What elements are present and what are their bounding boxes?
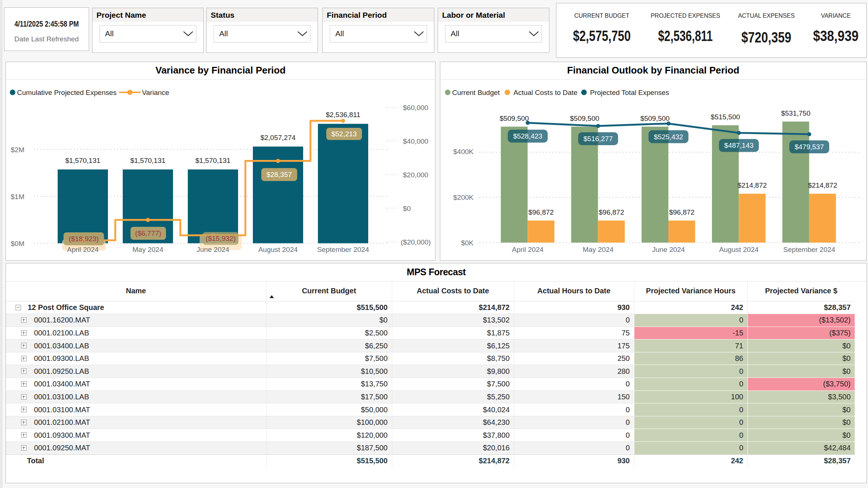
svg-text:Financial Outlook by Financial: Financial Outlook by Financial Period [567,65,739,76]
svg-text:$0K: $0K [461,239,474,247]
svg-text:Actual Costs to Date: Actual Costs to Date [513,89,577,96]
svg-text:$1M: $1M [11,193,24,201]
svg-text:May 2024: May 2024 [583,246,614,253]
svg-text:$1,570,131: $1,570,131 [65,157,100,164]
svg-text:$96,872: $96,872 [599,208,624,216]
svg-text:Projected Total Expenses: Projected Total Expenses [590,89,669,96]
svg-text:September 2024: September 2024 [783,246,835,253]
svg-text:($15,932): ($15,932) [206,235,235,242]
svg-text:$52,213: $52,213 [331,130,357,138]
svg-text:$515,500: $515,500 [711,113,740,121]
svg-text:Variance by Financial Period: Variance by Financial Period [156,65,286,76]
svg-text:$60,000: $60,000 [403,104,428,112]
svg-text:$516,277: $516,277 [583,135,613,143]
svg-text:$214,872: $214,872 [808,181,837,189]
svg-text:($18,923): ($18,923) [69,235,99,243]
svg-text:$509,500: $509,500 [570,115,599,122]
svg-text:$525,432: $525,432 [654,133,683,141]
svg-text:$487,143: $487,143 [724,141,753,149]
svg-text:$1,570,131: $1,570,131 [195,157,230,164]
svg-text:$96,872: $96,872 [528,208,554,216]
svg-text:April 2024: April 2024 [512,246,544,253]
svg-text:$509,500: $509,500 [640,115,669,122]
svg-text:$2,536,811: $2,536,811 [326,111,360,119]
svg-text:September 2024: September 2024 [317,246,369,253]
svg-text:$28,357: $28,357 [267,171,292,178]
svg-text:August 2024: August 2024 [258,246,298,253]
svg-text:June 2024: June 2024 [652,246,685,253]
svg-text:April 2024: April 2024 [67,246,99,253]
svg-text:($6,777): ($6,777) [135,229,162,237]
svg-text:$20,000: $20,000 [403,171,428,179]
svg-text:$214,872: $214,872 [738,181,767,189]
svg-text:Cumulative Projected Expenses: Cumulative Projected Expenses [17,89,116,96]
svg-text:($20,000): ($20,000) [401,238,431,246]
svg-text:$2,057,274: $2,057,274 [260,134,296,141]
svg-text:$0M: $0M [11,240,24,248]
svg-text:$96,872: $96,872 [669,208,695,216]
svg-text:Variance: Variance [142,89,169,96]
svg-text:August 2024: August 2024 [719,246,759,253]
svg-text:$40,000: $40,000 [403,137,428,145]
svg-text:$1,570,131: $1,570,131 [130,157,165,164]
svg-text:$2M: $2M [11,146,24,154]
svg-text:$531,750: $531,750 [781,109,810,117]
svg-text:$0: $0 [403,205,411,212]
svg-text:$528,423: $528,423 [513,132,542,140]
svg-text:June 2024: June 2024 [197,246,230,253]
svg-text:$509,500: $509,500 [499,115,529,122]
svg-text:$200K: $200K [453,194,474,201]
svg-text:$479,537: $479,537 [794,143,824,151]
svg-text:May 2024: May 2024 [132,246,163,253]
svg-text:Current Budget: Current Budget [452,89,500,96]
svg-text:$400K: $400K [453,148,474,156]
